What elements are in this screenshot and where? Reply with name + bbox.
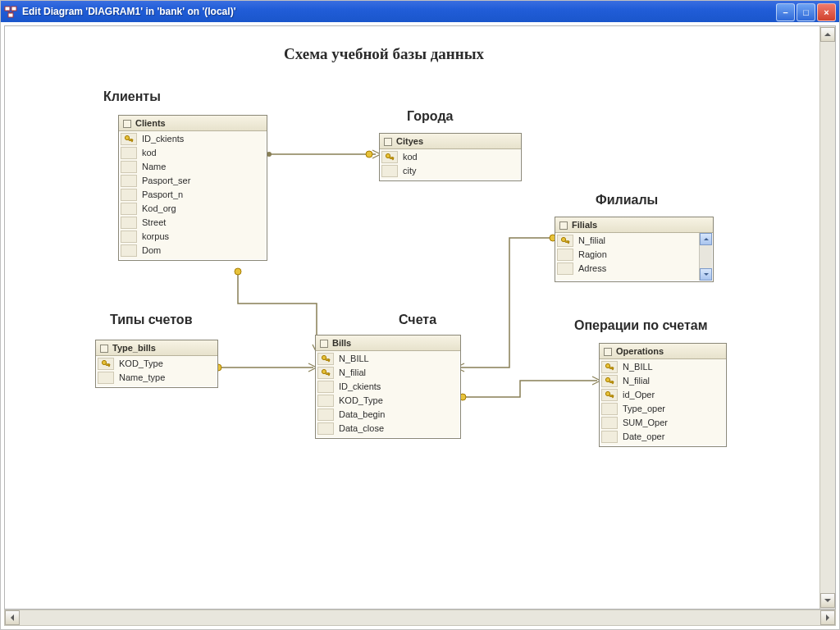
table-row[interactable]: SUM_Oper (601, 416, 724, 430)
table-row[interactable]: N_BILL (601, 360, 724, 374)
table-row[interactable]: Adress (557, 262, 699, 276)
table-cityes-cols: kodcity (380, 149, 521, 180)
table-typebills-header[interactable]: Type_bills (96, 340, 217, 356)
primary-key-icon (605, 377, 614, 386)
diagram-client: Схема учебной базы данных Клиенты Города… (4, 25, 836, 609)
scroll-down-icon[interactable] (820, 593, 835, 608)
table-row[interactable]: Pasport_n (121, 188, 265, 202)
primary-key-cell (317, 353, 334, 365)
table-row[interactable]: Data_begin (317, 408, 459, 422)
table-row[interactable]: ID_ckients (121, 132, 265, 146)
table-row[interactable]: id_Oper (601, 388, 724, 402)
table-operations[interactable]: Operations N_BILLN_filialid_OperType_ope… (599, 343, 727, 447)
primary-key-cell (381, 151, 398, 163)
table-typebills[interactable]: Type_bills KOD_TypeName_type (95, 340, 218, 388)
primary-key-cell (557, 235, 573, 247)
diagram-canvas[interactable]: Схема учебной базы данных Клиенты Города… (5, 26, 820, 609)
table-row[interactable]: Street (121, 216, 265, 230)
table-cityes[interactable]: Cityes kodcity (379, 133, 522, 181)
section-clients: Клиенты (103, 90, 161, 103)
svg-rect-40 (328, 372, 329, 375)
column-icon-cell (317, 409, 334, 421)
column-name: Kod_org (139, 202, 265, 216)
column-name: city (399, 164, 519, 178)
table-row[interactable]: kod (381, 150, 519, 164)
column-icon-cell (121, 217, 137, 229)
primary-key-cell (601, 361, 618, 373)
diagram-app-icon (4, 5, 17, 18)
table-filials-cols: N_filialRagionAdress (555, 233, 701, 278)
primary-key-icon (124, 135, 134, 144)
maximize-button[interactable]: □ (797, 3, 815, 21)
scroll-up-icon[interactable] (700, 233, 712, 245)
column-name: Dom (139, 244, 265, 258)
table-row[interactable]: Pasport_ser (121, 174, 265, 188)
close-button[interactable]: × (817, 3, 836, 21)
table-row[interactable]: Kod_org (121, 202, 265, 216)
column-name: Pasport_ser (139, 174, 265, 188)
table-row[interactable]: city (381, 164, 519, 178)
svg-rect-49 (612, 395, 613, 397)
primary-key-cell (601, 389, 618, 401)
table-bills-header[interactable]: Bills (316, 336, 460, 351)
svg-rect-37 (328, 358, 329, 361)
table-row[interactable]: kod (121, 146, 265, 160)
column-icon-cell (601, 431, 618, 443)
table-row[interactable]: Date_oper (601, 430, 724, 444)
svg-point-9 (366, 151, 372, 158)
table-row[interactable]: ID_ckients (317, 380, 459, 394)
app-window: Edit Diagram 'DIAGRAM1' in 'bank' on '(l… (0, 0, 840, 630)
table-clients[interactable]: Clients ID_ckientskodNamePasport_serPasp… (118, 115, 267, 261)
titlebar[interactable]: Edit Diagram 'DIAGRAM1' in 'bank' on '(l… (1, 1, 839, 22)
column-icon-cell (601, 403, 618, 415)
table-clients-header[interactable]: Clients (119, 116, 267, 131)
table-row[interactable]: N_BILL (317, 352, 459, 366)
vertical-scrollbar[interactable] (819, 26, 835, 609)
table-row[interactable]: N_filial (557, 234, 699, 248)
column-name: Date_oper (619, 430, 724, 444)
svg-rect-25 (131, 139, 132, 141)
column-name: Name (139, 160, 265, 174)
column-icon-cell (121, 147, 137, 159)
table-operations-cols: N_BILLN_filialid_OperType_operSUM_OperDa… (600, 359, 726, 446)
minimize-button[interactable]: – (776, 3, 795, 21)
table-row[interactable]: Dom (121, 244, 265, 258)
table-row[interactable]: N_filial (317, 366, 459, 380)
horizontal-scrollbar[interactable] (4, 609, 836, 626)
scroll-right-icon[interactable] (820, 610, 835, 625)
table-row[interactable]: Ragion (557, 248, 699, 262)
table-row[interactable]: Name (121, 160, 265, 174)
table-row[interactable]: Name_type (98, 371, 216, 385)
column-name: N_filial (619, 374, 724, 388)
table-row[interactable]: N_filial (601, 374, 724, 388)
primary-key-icon (385, 153, 395, 162)
table-filials-scrollbar[interactable] (699, 233, 712, 281)
table-operations-header[interactable]: Operations (600, 344, 726, 359)
table-row[interactable]: KOD_Type (317, 394, 459, 408)
column-name: korpus (139, 230, 265, 244)
table-bills[interactable]: Bills N_BILLN_filialID_ckientsKOD_TypeDa… (315, 335, 461, 439)
table-clients-cols: ID_ckientskodNamePasport_serPasport_nKod… (119, 131, 267, 260)
table-row[interactable]: Data_close (317, 422, 459, 436)
scroll-down-icon[interactable] (700, 268, 712, 281)
table-filials-header[interactable]: Filials (555, 217, 713, 233)
table-row[interactable]: Type_oper (601, 402, 724, 416)
table-row[interactable]: KOD_Type (98, 357, 216, 371)
primary-key-cell (317, 367, 334, 379)
table-filials[interactable]: Filials N_filialRagionAdress (555, 217, 714, 282)
section-operations: Операции по счетам (574, 319, 708, 332)
scroll-up-icon[interactable] (820, 27, 835, 42)
primary-key-icon (321, 368, 331, 378)
table-cityes-header[interactable]: Cityes (380, 134, 521, 149)
section-bills: Счета (399, 313, 436, 326)
column-icon-cell (381, 165, 398, 177)
svg-rect-34 (108, 363, 109, 366)
primary-key-cell (98, 358, 114, 370)
diagram-title: Схема учебной базы данных (284, 46, 484, 62)
primary-key-cell (121, 133, 137, 145)
svg-rect-1 (11, 7, 16, 11)
table-row[interactable]: korpus (121, 230, 265, 244)
scroll-left-icon[interactable] (5, 610, 20, 625)
svg-rect-0 (5, 7, 10, 11)
column-icon-cell (557, 262, 573, 275)
